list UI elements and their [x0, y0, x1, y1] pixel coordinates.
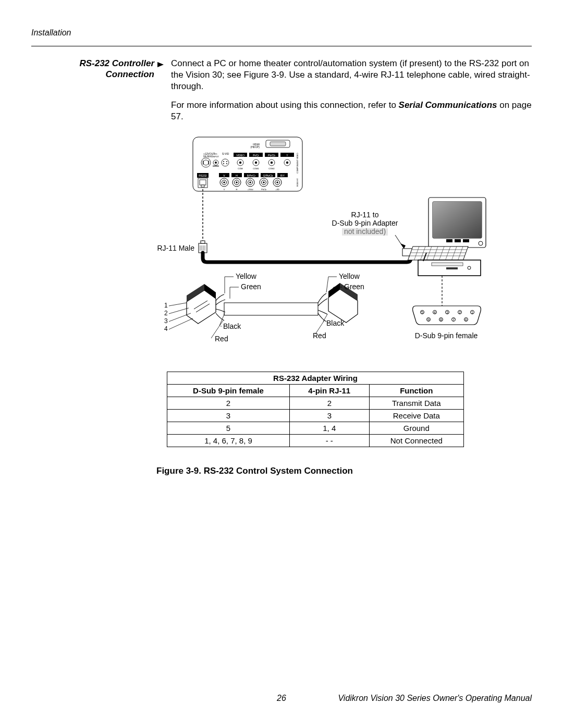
- svg-rect-3: [270, 142, 286, 146]
- header-section: Installation: [31, 28, 532, 38]
- svg-point-60: [223, 182, 225, 183]
- svg-point-72: [276, 182, 278, 183]
- horizontal-rule: [31, 46, 532, 46]
- svg-point-20: [226, 161, 227, 162]
- svg-rect-82: [201, 241, 205, 243]
- label-adapter-l2: D-Sub 9-pin Adapter: [332, 219, 398, 227]
- body-text: Connect a PC or home theater control/aut…: [167, 58, 532, 130]
- table-row: 5 1, 4 Ground: [167, 422, 464, 435]
- svg-text:4: 4: [164, 325, 168, 332]
- table-col1: D-Sub 9-pin female: [167, 385, 290, 397]
- svg-point-69: [263, 182, 264, 183]
- svg-point-63: [236, 182, 237, 183]
- svg-rect-114: [446, 267, 458, 269]
- svg-text:COM: COM: [238, 167, 242, 170]
- svg-rect-47: [201, 185, 204, 187]
- svg-text:+3D: +3D: [275, 188, 279, 191]
- label-green-right: Green: [344, 282, 364, 291]
- label-black-left: Black: [223, 322, 241, 330]
- svg-text:4: 4: [434, 311, 436, 314]
- svg-point-21: [223, 163, 224, 164]
- pc-icon: [408, 198, 486, 308]
- label-green-left: Green: [241, 282, 261, 291]
- svg-text:2: 2: [164, 310, 168, 317]
- svg-point-115: [468, 266, 471, 269]
- svg-text:(HDCP): (HDCP): [251, 145, 260, 149]
- label-black-right: Black: [326, 319, 345, 327]
- paragraph-2: For more information about using this co…: [171, 100, 532, 122]
- svg-text:S-VID: S-VID: [222, 152, 229, 155]
- svg-text:PbCb: PbCb: [261, 188, 267, 191]
- svg-marker-0: [157, 62, 164, 67]
- table-title: RS-232 Adapter Wiring: [167, 372, 464, 385]
- svg-rect-87: [342, 228, 388, 236]
- svg-text:7: 7: [452, 318, 455, 322]
- rj11-plug-left-icon: [187, 284, 216, 324]
- section-heading-line2: Connection: [106, 69, 155, 79]
- label-yellow-right: Yellow: [339, 272, 360, 280]
- wiring-table: RS-232 Adapter Wiring D-Sub 9-pin female…: [167, 372, 464, 447]
- section-heading: RS-232 Controller Connection: [79, 58, 154, 80]
- svg-line-129: [169, 313, 191, 322]
- label-yellow-left: Yellow: [236, 272, 257, 280]
- svg-point-8: [201, 158, 211, 167]
- svg-text:COM1: COM1: [253, 167, 259, 170]
- svg-rect-97: [463, 239, 469, 242]
- table-row: 3 3 Receive Data: [167, 410, 464, 422]
- svg-rect-99: [408, 246, 468, 260]
- svg-text:3: 3: [446, 311, 448, 314]
- svg-point-98: [479, 241, 483, 245]
- svg-text:H: H: [236, 188, 238, 191]
- svg-text:R/Y: R/Y: [280, 174, 285, 177]
- footer-manual-title: Vidikron Vision 30 Series Owner's Operat…: [338, 694, 532, 703]
- svg-text:G/Pb/Cb: G/Pb/Cb: [263, 174, 273, 177]
- svg-rect-46: [200, 180, 206, 185]
- label-adapter-l1: RJ-11 to: [351, 211, 379, 219]
- svg-point-15: [215, 162, 217, 164]
- svg-rect-113: [432, 263, 463, 266]
- svg-text:RS232: RS232: [199, 174, 207, 177]
- paragraph-1: Connect a PC or home theater control/aut…: [171, 58, 532, 92]
- svg-rect-11: [209, 161, 209, 165]
- svg-line-127: [169, 303, 187, 306]
- svg-text:0A MAX: 0A MAX: [203, 155, 213, 158]
- svg-text:6: 6: [465, 318, 467, 322]
- svg-text:8: 8: [440, 318, 442, 322]
- svg-point-38: [286, 162, 288, 164]
- label-red-right: Red: [313, 331, 326, 340]
- svg-marker-89: [400, 243, 406, 249]
- svg-text:1: 1: [164, 302, 168, 309]
- svg-text:5: 5: [421, 311, 423, 314]
- figure-caption: Figure 3-9. RS-232 Control System Connec…: [156, 466, 532, 476]
- svg-text:COM2: COM2: [268, 167, 275, 170]
- page-number: 26: [277, 694, 286, 703]
- svg-point-36: [271, 162, 273, 164]
- svg-point-32: [239, 162, 241, 164]
- wiring-diagram: HDMI (HDCP) +12VOUT 0A MAX DC INPUT S-VI…: [156, 133, 500, 362]
- svg-rect-16: [213, 166, 219, 166]
- svg-text:Pb/Cb: Pb/Cb: [268, 154, 275, 157]
- svg-text:2: 2: [459, 311, 461, 314]
- svg-text:9: 9: [427, 318, 430, 322]
- table-row: 1, 4, 6, 7, 8, 9 - - Not Connected: [167, 435, 464, 447]
- svg-rect-10: [203, 161, 203, 165]
- svg-line-128: [169, 308, 189, 314]
- table-col3: Function: [369, 385, 463, 397]
- svg-point-22: [226, 163, 227, 164]
- svg-rect-94: [433, 202, 482, 238]
- label-red-left: Red: [215, 335, 228, 343]
- svg-text:B/Pr/Cr: B/Pr/Cr: [247, 174, 256, 177]
- svg-text:+SVid: +SVid: [248, 188, 253, 191]
- svg-text:COMPONENT VIDEO: COMPONENT VIDEO: [296, 153, 299, 174]
- svg-text:V: V: [224, 188, 225, 191]
- arrow-icon: [157, 58, 167, 130]
- svg-rect-96: [455, 239, 461, 242]
- svg-text:H: H: [236, 174, 238, 177]
- label-dsub-female: D-Sub 9-pin female: [415, 331, 478, 340]
- svg-point-34: [255, 162, 257, 164]
- svg-line-143: [326, 277, 328, 292]
- svg-point-18: [222, 159, 229, 166]
- svg-text:RGB HV: RGB HV: [296, 178, 299, 187]
- section-heading-line1: RS-232 Controller: [79, 58, 154, 68]
- svg-rect-95: [446, 239, 452, 242]
